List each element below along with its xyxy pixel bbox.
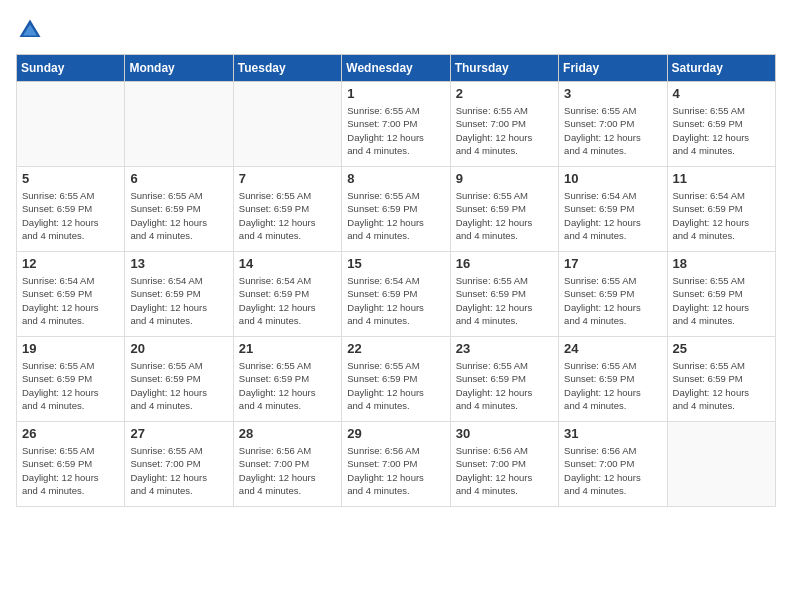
day-info: Sunrise: 6:55 AM Sunset: 6:59 PM Dayligh…	[130, 359, 227, 412]
day-number: 25	[673, 341, 770, 356]
day-number: 11	[673, 171, 770, 186]
day-info: Sunrise: 6:55 AM Sunset: 7:00 PM Dayligh…	[456, 104, 553, 157]
calendar-cell: 9Sunrise: 6:55 AM Sunset: 6:59 PM Daylig…	[450, 167, 558, 252]
day-number: 17	[564, 256, 661, 271]
day-info: Sunrise: 6:55 AM Sunset: 6:59 PM Dayligh…	[239, 359, 336, 412]
calendar-cell: 25Sunrise: 6:55 AM Sunset: 6:59 PM Dayli…	[667, 337, 775, 422]
col-header-monday: Monday	[125, 55, 233, 82]
day-info: Sunrise: 6:55 AM Sunset: 6:59 PM Dayligh…	[130, 189, 227, 242]
day-number: 29	[347, 426, 444, 441]
calendar-cell: 4Sunrise: 6:55 AM Sunset: 6:59 PM Daylig…	[667, 82, 775, 167]
week-row-2: 5Sunrise: 6:55 AM Sunset: 6:59 PM Daylig…	[17, 167, 776, 252]
day-number: 26	[22, 426, 119, 441]
day-info: Sunrise: 6:54 AM Sunset: 6:59 PM Dayligh…	[347, 274, 444, 327]
day-info: Sunrise: 6:55 AM Sunset: 7:00 PM Dayligh…	[130, 444, 227, 497]
day-info: Sunrise: 6:55 AM Sunset: 6:59 PM Dayligh…	[239, 189, 336, 242]
day-number: 22	[347, 341, 444, 356]
calendar-cell	[233, 82, 341, 167]
day-number: 9	[456, 171, 553, 186]
calendar-cell: 14Sunrise: 6:54 AM Sunset: 6:59 PM Dayli…	[233, 252, 341, 337]
day-info: Sunrise: 6:55 AM Sunset: 6:59 PM Dayligh…	[22, 189, 119, 242]
col-header-friday: Friday	[559, 55, 667, 82]
calendar-cell: 27Sunrise: 6:55 AM Sunset: 7:00 PM Dayli…	[125, 422, 233, 507]
day-number: 19	[22, 341, 119, 356]
day-info: Sunrise: 6:54 AM Sunset: 6:59 PM Dayligh…	[130, 274, 227, 327]
day-number: 10	[564, 171, 661, 186]
page-header	[16, 16, 776, 44]
day-info: Sunrise: 6:55 AM Sunset: 6:59 PM Dayligh…	[564, 274, 661, 327]
calendar-cell	[17, 82, 125, 167]
day-info: Sunrise: 6:55 AM Sunset: 6:59 PM Dayligh…	[456, 359, 553, 412]
calendar-cell	[125, 82, 233, 167]
calendar-cell: 1Sunrise: 6:55 AM Sunset: 7:00 PM Daylig…	[342, 82, 450, 167]
day-number: 8	[347, 171, 444, 186]
day-number: 5	[22, 171, 119, 186]
day-number: 20	[130, 341, 227, 356]
day-info: Sunrise: 6:55 AM Sunset: 6:59 PM Dayligh…	[673, 359, 770, 412]
day-number: 18	[673, 256, 770, 271]
col-header-wednesday: Wednesday	[342, 55, 450, 82]
calendar-cell: 7Sunrise: 6:55 AM Sunset: 6:59 PM Daylig…	[233, 167, 341, 252]
day-info: Sunrise: 6:54 AM Sunset: 6:59 PM Dayligh…	[239, 274, 336, 327]
day-number: 2	[456, 86, 553, 101]
week-row-4: 19Sunrise: 6:55 AM Sunset: 6:59 PM Dayli…	[17, 337, 776, 422]
day-info: Sunrise: 6:55 AM Sunset: 6:59 PM Dayligh…	[347, 359, 444, 412]
day-number: 31	[564, 426, 661, 441]
day-info: Sunrise: 6:55 AM Sunset: 6:59 PM Dayligh…	[22, 444, 119, 497]
calendar-cell: 5Sunrise: 6:55 AM Sunset: 6:59 PM Daylig…	[17, 167, 125, 252]
day-info: Sunrise: 6:56 AM Sunset: 7:00 PM Dayligh…	[564, 444, 661, 497]
calendar-cell	[667, 422, 775, 507]
day-info: Sunrise: 6:54 AM Sunset: 6:59 PM Dayligh…	[673, 189, 770, 242]
col-header-thursday: Thursday	[450, 55, 558, 82]
calendar-cell: 2Sunrise: 6:55 AM Sunset: 7:00 PM Daylig…	[450, 82, 558, 167]
header-row: SundayMondayTuesdayWednesdayThursdayFrid…	[17, 55, 776, 82]
calendar-cell: 24Sunrise: 6:55 AM Sunset: 6:59 PM Dayli…	[559, 337, 667, 422]
logo	[16, 16, 48, 44]
week-row-1: 1Sunrise: 6:55 AM Sunset: 7:00 PM Daylig…	[17, 82, 776, 167]
day-number: 15	[347, 256, 444, 271]
day-number: 3	[564, 86, 661, 101]
col-header-sunday: Sunday	[17, 55, 125, 82]
calendar-cell: 17Sunrise: 6:55 AM Sunset: 6:59 PM Dayli…	[559, 252, 667, 337]
calendar-cell: 15Sunrise: 6:54 AM Sunset: 6:59 PM Dayli…	[342, 252, 450, 337]
day-number: 21	[239, 341, 336, 356]
day-number: 7	[239, 171, 336, 186]
calendar-cell: 13Sunrise: 6:54 AM Sunset: 6:59 PM Dayli…	[125, 252, 233, 337]
col-header-saturday: Saturday	[667, 55, 775, 82]
day-info: Sunrise: 6:56 AM Sunset: 7:00 PM Dayligh…	[347, 444, 444, 497]
calendar-cell: 29Sunrise: 6:56 AM Sunset: 7:00 PM Dayli…	[342, 422, 450, 507]
day-number: 1	[347, 86, 444, 101]
calendar-cell: 28Sunrise: 6:56 AM Sunset: 7:00 PM Dayli…	[233, 422, 341, 507]
day-number: 4	[673, 86, 770, 101]
day-info: Sunrise: 6:55 AM Sunset: 7:00 PM Dayligh…	[564, 104, 661, 157]
calendar-cell: 3Sunrise: 6:55 AM Sunset: 7:00 PM Daylig…	[559, 82, 667, 167]
day-number: 6	[130, 171, 227, 186]
day-info: Sunrise: 6:55 AM Sunset: 7:00 PM Dayligh…	[347, 104, 444, 157]
day-number: 14	[239, 256, 336, 271]
calendar-cell: 19Sunrise: 6:55 AM Sunset: 6:59 PM Dayli…	[17, 337, 125, 422]
day-info: Sunrise: 6:55 AM Sunset: 6:59 PM Dayligh…	[347, 189, 444, 242]
logo-icon	[16, 16, 44, 44]
day-info: Sunrise: 6:54 AM Sunset: 6:59 PM Dayligh…	[564, 189, 661, 242]
day-info: Sunrise: 6:55 AM Sunset: 6:59 PM Dayligh…	[564, 359, 661, 412]
calendar-cell: 16Sunrise: 6:55 AM Sunset: 6:59 PM Dayli…	[450, 252, 558, 337]
calendar-cell: 18Sunrise: 6:55 AM Sunset: 6:59 PM Dayli…	[667, 252, 775, 337]
col-header-tuesday: Tuesday	[233, 55, 341, 82]
calendar-cell: 12Sunrise: 6:54 AM Sunset: 6:59 PM Dayli…	[17, 252, 125, 337]
week-row-5: 26Sunrise: 6:55 AM Sunset: 6:59 PM Dayli…	[17, 422, 776, 507]
day-number: 16	[456, 256, 553, 271]
day-info: Sunrise: 6:55 AM Sunset: 6:59 PM Dayligh…	[456, 274, 553, 327]
day-info: Sunrise: 6:55 AM Sunset: 6:59 PM Dayligh…	[22, 359, 119, 412]
calendar-cell: 31Sunrise: 6:56 AM Sunset: 7:00 PM Dayli…	[559, 422, 667, 507]
calendar-cell: 26Sunrise: 6:55 AM Sunset: 6:59 PM Dayli…	[17, 422, 125, 507]
day-number: 30	[456, 426, 553, 441]
day-number: 27	[130, 426, 227, 441]
calendar-cell: 21Sunrise: 6:55 AM Sunset: 6:59 PM Dayli…	[233, 337, 341, 422]
calendar-cell: 30Sunrise: 6:56 AM Sunset: 7:00 PM Dayli…	[450, 422, 558, 507]
day-number: 23	[456, 341, 553, 356]
day-info: Sunrise: 6:55 AM Sunset: 6:59 PM Dayligh…	[673, 104, 770, 157]
calendar-cell: 22Sunrise: 6:55 AM Sunset: 6:59 PM Dayli…	[342, 337, 450, 422]
calendar-cell: 8Sunrise: 6:55 AM Sunset: 6:59 PM Daylig…	[342, 167, 450, 252]
week-row-3: 12Sunrise: 6:54 AM Sunset: 6:59 PM Dayli…	[17, 252, 776, 337]
day-info: Sunrise: 6:55 AM Sunset: 6:59 PM Dayligh…	[456, 189, 553, 242]
